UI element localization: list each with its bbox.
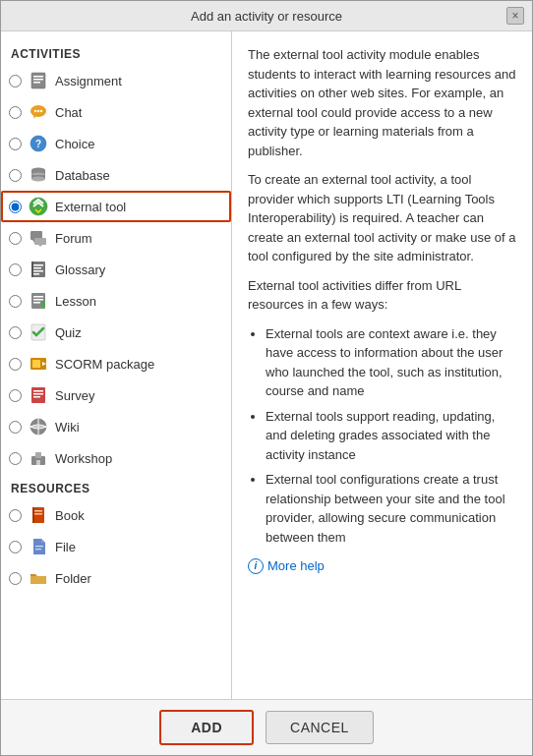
svg-rect-49 xyxy=(34,513,42,515)
close-button[interactable]: × xyxy=(506,7,524,25)
svg-rect-19 xyxy=(34,238,46,245)
icon-lesson xyxy=(28,290,49,312)
radio-wiki[interactable] xyxy=(9,421,22,434)
label-workshop: Workshop xyxy=(55,451,112,466)
svg-rect-24 xyxy=(33,270,43,272)
cancel-button[interactable]: CANCEL xyxy=(266,711,374,744)
svg-rect-44 xyxy=(35,452,41,458)
bullet-item: External tool configurations create a tr… xyxy=(266,470,516,547)
radio-glossary[interactable] xyxy=(9,263,22,276)
svg-rect-28 xyxy=(33,296,43,298)
svg-rect-30 xyxy=(33,302,40,304)
icon-externaltool xyxy=(28,196,49,217)
dialog-body: ACTIVITIESAssignmentChat?ChoiceDatabaseE… xyxy=(1,31,532,699)
label-forum: Forum xyxy=(55,231,92,246)
label-chat: Chat xyxy=(55,105,82,120)
svg-rect-51 xyxy=(35,549,41,550)
list-item-survey[interactable]: Survey xyxy=(1,379,231,411)
radio-workshop[interactable] xyxy=(9,452,22,465)
label-survey: Survey xyxy=(55,388,94,403)
svg-rect-36 xyxy=(31,387,45,403)
radio-survey[interactable] xyxy=(9,389,22,402)
svg-rect-23 xyxy=(33,267,41,269)
radio-folder[interactable] xyxy=(9,572,22,585)
list-item-glossary[interactable]: Glossary xyxy=(1,254,231,285)
svg-rect-29 xyxy=(33,299,43,301)
dialog-footer: ADD CANCEL xyxy=(1,699,532,755)
svg-rect-37 xyxy=(33,390,43,392)
svg-rect-38 xyxy=(33,393,43,395)
svg-marker-20 xyxy=(38,245,42,247)
icon-workshop xyxy=(28,447,49,469)
radio-file[interactable] xyxy=(9,541,22,553)
list-item-forum[interactable]: Forum xyxy=(1,222,231,254)
icon-glossary xyxy=(28,259,49,280)
icon-folder xyxy=(28,567,49,589)
svg-rect-34 xyxy=(32,360,40,368)
list-item-database[interactable]: Database xyxy=(1,159,231,191)
svg-rect-47 xyxy=(32,507,34,523)
list-item-wiki[interactable]: Wiki xyxy=(1,411,231,442)
svg-rect-0 xyxy=(31,73,45,88)
more-help-label: More help xyxy=(267,556,325,576)
list-item-book[interactable]: Book xyxy=(1,499,231,531)
list-item-scorm[interactable]: SCORM package xyxy=(1,348,231,379)
svg-point-6 xyxy=(34,110,36,112)
label-choice: Choice xyxy=(55,137,94,151)
icon-book xyxy=(28,504,49,526)
label-externaltool: External tool xyxy=(55,200,126,214)
icon-survey xyxy=(28,384,49,406)
radio-lesson[interactable] xyxy=(9,295,22,308)
svg-rect-39 xyxy=(33,396,40,398)
list-item-file[interactable]: File xyxy=(1,531,231,562)
svg-rect-26 xyxy=(31,262,33,277)
radio-scorm[interactable] xyxy=(9,358,22,371)
description-bullets: External tools are context aware i.e. th… xyxy=(266,324,516,548)
section-header-resources: RESOURCES xyxy=(1,474,231,499)
description-para1: The external tool activity module enable… xyxy=(248,45,516,160)
label-wiki: Wiki xyxy=(55,420,80,435)
svg-rect-45 xyxy=(36,460,40,465)
radio-forum[interactable] xyxy=(9,232,22,245)
icon-forum xyxy=(28,227,49,249)
icon-database xyxy=(28,164,49,186)
dialog-titlebar: Add an activity or resource × xyxy=(1,1,532,31)
list-item-assignment[interactable]: Assignment xyxy=(1,65,231,96)
svg-rect-1 xyxy=(33,76,43,78)
icon-chat xyxy=(28,101,49,123)
list-item-workshop[interactable]: Workshop xyxy=(1,442,231,474)
list-item-folder[interactable]: Folder xyxy=(1,562,231,594)
dialog-title: Add an activity or resource xyxy=(27,9,506,24)
label-scorm: SCORM package xyxy=(55,357,154,372)
section-header-activities: ACTIVITIES xyxy=(1,39,231,65)
radio-chat[interactable] xyxy=(9,106,22,119)
list-item-quiz[interactable]: Quiz xyxy=(1,317,231,348)
more-help-link[interactable]: i More help xyxy=(248,556,516,576)
svg-point-7 xyxy=(37,110,39,112)
svg-rect-25 xyxy=(33,273,39,275)
svg-rect-48 xyxy=(34,510,42,512)
radio-externaltool[interactable] xyxy=(9,201,22,213)
radio-assignment[interactable] xyxy=(9,75,22,87)
radio-quiz[interactable] xyxy=(9,326,22,339)
svg-rect-3 xyxy=(33,82,40,84)
add-activity-dialog: Add an activity or resource × ACTIVITIES… xyxy=(0,0,533,756)
label-assignment: Assignment xyxy=(55,74,122,88)
label-file: File xyxy=(55,540,76,554)
icon-wiki xyxy=(28,416,49,437)
list-item-choice[interactable]: ?Choice xyxy=(1,128,231,159)
radio-book[interactable] xyxy=(9,509,22,522)
add-button[interactable]: ADD xyxy=(159,710,254,745)
label-glossary: Glossary xyxy=(55,262,105,277)
radio-database[interactable] xyxy=(9,169,22,182)
list-item-chat[interactable]: Chat xyxy=(1,96,231,128)
radio-choice[interactable] xyxy=(9,138,22,150)
svg-point-8 xyxy=(40,110,42,112)
svg-rect-52 xyxy=(30,576,46,584)
left-panel: ACTIVITIESAssignmentChat?ChoiceDatabaseE… xyxy=(1,31,232,699)
list-item-externaltool[interactable]: External tool xyxy=(1,191,231,222)
description-para2: To create an external tool activity, a t… xyxy=(248,170,516,266)
bullet-item: External tools are context aware i.e. th… xyxy=(266,324,516,401)
list-item-lesson[interactable]: Lesson xyxy=(1,285,231,317)
svg-rect-31 xyxy=(41,301,45,307)
